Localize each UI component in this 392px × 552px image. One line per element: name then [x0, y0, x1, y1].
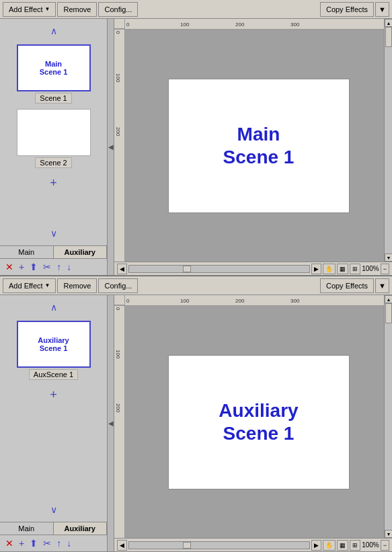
- view-btn-1[interactable]: ▦: [337, 264, 348, 274]
- scene-scissors-button[interactable]: ✂: [42, 261, 52, 273]
- aux-scene-inner-label-0: AuxiliaryScene 1: [38, 336, 69, 352]
- main-content-area: ∧ MainScene 1 Scene 1 Scene 2 +: [0, 19, 392, 275]
- aux-canvas-white: Auxiliary Scene 1: [168, 355, 350, 489]
- scene-thumb-1[interactable]: Scene 2: [13, 109, 94, 168]
- aux-scene-thumb-0[interactable]: AuxiliaryScene 1 AuxScene 1: [13, 321, 94, 380]
- main-vscrollbar[interactable]: ▲ ▼: [384, 30, 392, 262]
- aux-scene-list-chevron-down[interactable]: ∨: [49, 503, 58, 516]
- aux-add-effect-button[interactable]: Add Effect ▼: [3, 278, 56, 293]
- aux-canvas-scene-title: Auxiliary Scene 1: [219, 399, 298, 444]
- aux-hand-tool-btn[interactable]: ✋: [323, 540, 336, 551]
- aux-scene-list-scroll: ∧ AuxiliaryScene 1 AuxScene 1 + ∨: [0, 295, 107, 522]
- left-nav-arrow[interactable]: ◀: [108, 19, 114, 275]
- scene-up-button[interactable]: ↑: [55, 261, 63, 273]
- aux-scene-list: ∧ AuxiliaryScene 1 AuxScene 1 + ∨: [0, 295, 108, 551]
- canvas-white: Main Scene 1: [168, 79, 350, 213]
- aux-scene-list-chevron-up[interactable]: ∧: [49, 301, 58, 314]
- aux-scene-tabs: Main Auxiliary: [0, 522, 107, 535]
- scene-list-scroll: ∧ MainScene 1 Scene 1 Scene 2 +: [0, 19, 107, 245]
- aux-scene-actions: ✕ + ⬆ ✂ ↑ ↓: [0, 535, 107, 551]
- aux-view-btn-1[interactable]: ▦: [337, 540, 348, 551]
- remove-button[interactable]: Remove: [57, 2, 97, 17]
- aux-canvas-area: 0 100 200 300 0 100 200: [114, 295, 392, 551]
- aux-tab-auxiliary[interactable]: Auxiliary: [54, 522, 108, 535]
- scene-actions: ✕ + ⬆ ✂ ↑ ↓: [0, 258, 107, 275]
- zoom-out-btn[interactable]: −: [381, 264, 389, 274]
- scroll-track: [385, 30, 392, 253]
- tab-main[interactable]: Main: [0, 246, 54, 258]
- scene-thumb-0[interactable]: MainScene 1 Scene 1: [13, 44, 94, 104]
- aux-scene-upload-button[interactable]: ⬆: [28, 537, 39, 549]
- ruler-top: 0 100 200 300: [125, 19, 384, 29]
- aux-scene-delete-button[interactable]: ✕: [4, 537, 15, 549]
- scene-tabs: Main Auxiliary: [0, 245, 107, 258]
- aux-scene-down-button[interactable]: ↓: [65, 537, 73, 549]
- aux-scene-thumb-img-0: AuxiliaryScene 1: [17, 321, 91, 368]
- aux-content-area: ∧ AuxiliaryScene 1 AuxScene 1 + ∨: [0, 295, 392, 551]
- aux-scroll-down-btn[interactable]: ▼: [385, 530, 392, 538]
- aux-copy-effects-button[interactable]: Copy Effects: [320, 278, 374, 293]
- ruler-left: 0 100 200: [114, 30, 125, 262]
- main-canvas-area: 0 100 200 300 0 100 200: [114, 19, 392, 275]
- scene-list-chevron-down[interactable]: ∨: [49, 227, 58, 240]
- aux-scene-add-action-button[interactable]: +: [17, 537, 26, 549]
- aux-tab-main[interactable]: Main: [0, 522, 54, 535]
- aux-remove-button[interactable]: Remove: [57, 278, 97, 293]
- main-toolbar: Add Effect ▼ Remove Config... Copy Effec…: [0, 0, 392, 19]
- canvas-viewport: Main Scene 1: [125, 30, 392, 262]
- aux-config-button[interactable]: Config...: [98, 278, 138, 293]
- aux-scene-add-button[interactable]: +: [50, 388, 57, 402]
- scene-add-button[interactable]: +: [50, 176, 57, 190]
- aux-toolbar: Add Effect ▼ Remove Config... Copy Effec…: [0, 276, 392, 295]
- scene-thumb-name-0: Scene 1: [35, 93, 71, 104]
- aux-ruler-left: 0 100 200: [114, 306, 125, 538]
- view-btn-2[interactable]: ⊞: [350, 264, 360, 274]
- auxiliary-panel: Add Effect ▼ Remove Config... Copy Effec…: [0, 276, 392, 552]
- scroll-left-btn[interactable]: ◀: [117, 264, 127, 274]
- add-effect-button[interactable]: Add Effect ▼: [3, 2, 56, 17]
- aux-scroll-thumb[interactable]: [385, 306, 392, 323]
- aux-scroll-right-btn[interactable]: ▶: [311, 540, 321, 551]
- scroll-thumb[interactable]: [385, 30, 392, 47]
- aux-left-nav-arrow[interactable]: ◀: [108, 295, 114, 551]
- aux-canvas-bottom-bar: ◀ ▶ ✋ ▦ ⊞ 100% −: [114, 538, 392, 551]
- aux-zoom-level: 100%: [362, 541, 379, 549]
- copy-effects-arrow-button[interactable]: ▼: [375, 2, 389, 17]
- scene-thumb-img-1: [17, 109, 91, 156]
- tab-auxiliary[interactable]: Auxiliary: [54, 246, 108, 258]
- aux-zoom-out-btn[interactable]: −: [381, 540, 389, 551]
- main-panel: Add Effect ▼ Remove Config... Copy Effec…: [0, 0, 392, 276]
- aux-scene-scissors-button[interactable]: ✂: [42, 537, 52, 549]
- aux-scene-up-button[interactable]: ↑: [55, 537, 63, 549]
- scene-delete-button[interactable]: ✕: [4, 261, 15, 273]
- scene-list-chevron-up[interactable]: ∧: [49, 24, 58, 38]
- aux-ruler-top: 0 100 200 300: [125, 295, 384, 305]
- aux-add-effect-arrow: ▼: [45, 282, 50, 288]
- add-effect-arrow: ▼: [45, 6, 50, 12]
- aux-copy-effects-arrow-button[interactable]: ▼: [375, 278, 389, 293]
- zoom-level: 100%: [362, 265, 379, 272]
- aux-view-btn-2[interactable]: ⊞: [350, 540, 360, 551]
- scroll-down-btn[interactable]: ▼: [385, 253, 392, 262]
- copy-effects-button[interactable]: Copy Effects: [320, 2, 374, 17]
- hand-tool-btn[interactable]: ✋: [323, 264, 336, 274]
- main-scene-list: ∧ MainScene 1 Scene 1 Scene 2 +: [0, 19, 108, 275]
- canvas-scene-title: Main Scene 1: [223, 123, 295, 168]
- scene-thumb-name-1: Scene 2: [35, 157, 71, 168]
- aux-canvas-viewport: Auxiliary Scene 1: [125, 306, 392, 538]
- config-button[interactable]: Config...: [98, 2, 138, 17]
- main-canvas-bottom-bar: ◀ ▶ ✋ ▦ ⊞ 100% −: [114, 262, 392, 275]
- scene-upload-button[interactable]: ⬆: [28, 261, 39, 273]
- aux-scroll-track: [385, 306, 392, 530]
- scene-thumb-img-0: MainScene 1: [17, 44, 91, 91]
- scene-down-button[interactable]: ↓: [65, 261, 73, 273]
- aux-scroll-left-btn[interactable]: ◀: [117, 540, 127, 551]
- scroll-right-btn[interactable]: ▶: [311, 264, 321, 274]
- aux-scene-thumb-name-0: AuxScene 1: [29, 369, 78, 380]
- scene-inner-label-0: MainScene 1: [40, 60, 68, 76]
- aux-vscrollbar[interactable]: ▲ ▼: [384, 306, 392, 538]
- scene-add-action-button[interactable]: +: [17, 261, 26, 273]
